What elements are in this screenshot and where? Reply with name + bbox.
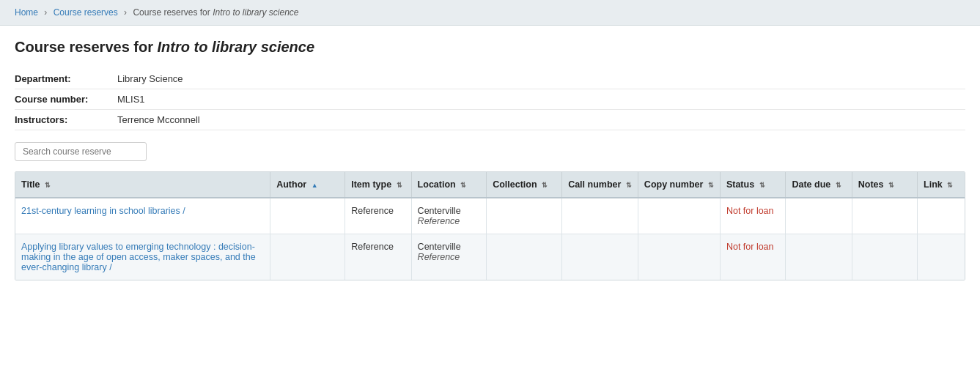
breadcrumb-current: Course reserves for Intro to library sci…: [133, 7, 298, 18]
department-row: Department: Library Science: [15, 69, 965, 89]
cell-status: Not for loan: [720, 234, 786, 280]
table-header-row: Title ⇅ Author ▲ Item type ⇅ Location: [15, 172, 965, 198]
breadcrumb-home[interactable]: Home: [15, 7, 38, 18]
course-number-row: Course number: MLIS1: [15, 89, 965, 110]
col-header-notes[interactable]: Notes ⇅: [852, 172, 917, 198]
col-header-call-number[interactable]: Call number ⇅: [562, 172, 638, 198]
collection-sort-icon: ⇅: [542, 182, 548, 189]
page-title-course: Intro to library science: [158, 39, 315, 55]
main-content: Course reserves for Intro to library sci…: [0, 26, 980, 295]
call-number-sort-icon: ⇅: [626, 182, 632, 189]
notes-sort-icon: ⇅: [888, 182, 894, 189]
breadcrumb-sep-2: ›: [124, 7, 127, 18]
cell-location: CentervilleReference: [411, 198, 487, 234]
cell-author: [270, 198, 345, 234]
cell-date-due: [786, 198, 852, 234]
col-header-link[interactable]: Link ⇅: [918, 172, 965, 198]
cell-link: [918, 198, 965, 234]
cell-notes: [852, 234, 917, 280]
department-label: Department:: [15, 73, 117, 84]
cell-call-number: [562, 198, 638, 234]
cell-notes: [852, 198, 917, 234]
col-header-item-type[interactable]: Item type ⇅: [345, 172, 411, 198]
breadcrumb-current-prefix: Course reserves for: [133, 7, 213, 18]
date-due-sort-icon: ⇅: [836, 182, 841, 189]
status-badge: Not for loan: [726, 242, 774, 252]
cell-title: 21st-century learning in school librarie…: [15, 198, 270, 234]
cell-title: Applying library values to emerging tech…: [15, 234, 270, 280]
col-header-author[interactable]: Author ▲: [270, 172, 345, 198]
page-title-prefix: Course reserves for: [15, 39, 158, 55]
cell-copy-number: [638, 198, 720, 234]
col-header-status[interactable]: Status ⇅: [720, 172, 786, 198]
breadcrumb-course-name: Intro to library science: [213, 7, 298, 18]
cell-author: [270, 234, 345, 280]
course-info: Department: Library Science Course numbe…: [15, 69, 965, 130]
cell-collection: [487, 198, 562, 234]
department-value: Library Science: [117, 73, 183, 84]
instructors-row: Instructors: Terrence Mcconnell: [15, 110, 965, 130]
col-header-date-due[interactable]: Date due ⇅: [786, 172, 852, 198]
search-input[interactable]: [15, 142, 147, 161]
reserves-table: Title ⇅ Author ▲ Item type ⇅ Location: [15, 172, 965, 280]
page-wrapper: Home › Course reserves › Course reserves…: [0, 0, 980, 383]
breadcrumb-course-reserves[interactable]: Course reserves: [54, 7, 118, 18]
col-header-title[interactable]: Title ⇅: [15, 172, 270, 198]
title-sort-icon: ⇅: [45, 182, 51, 189]
instructors-value: Terrence Mcconnell: [117, 114, 200, 125]
breadcrumb: Home › Course reserves › Course reserves…: [0, 0, 980, 26]
copy-number-sort-icon: ⇅: [708, 182, 714, 189]
search-container: [15, 142, 965, 161]
col-header-collection[interactable]: Collection ⇅: [487, 172, 562, 198]
cell-collection: [487, 234, 562, 280]
course-number-label: Course number:: [15, 94, 117, 105]
item-type-sort-icon: ⇅: [397, 182, 402, 189]
link-sort-icon: ⇅: [947, 182, 953, 189]
author-sort-icon: ▲: [312, 182, 318, 189]
cell-status: Not for loan: [720, 198, 786, 234]
cell-date-due: [786, 234, 852, 280]
cell-call-number: [562, 234, 638, 280]
course-number-value: MLIS1: [117, 94, 145, 105]
status-sort-icon: ⇅: [759, 182, 765, 189]
location-sort-icon: ⇅: [460, 182, 466, 189]
page-title: Course reserves for Intro to library sci…: [15, 39, 965, 56]
title-link[interactable]: Applying library values to emerging tech…: [21, 242, 256, 272]
col-header-copy-number[interactable]: Copy number ⇅: [638, 172, 720, 198]
status-badge: Not for loan: [726, 206, 774, 216]
reserves-table-container: Title ⇅ Author ▲ Item type ⇅ Location: [15, 171, 965, 280]
cell-item-type: Reference: [345, 198, 411, 234]
col-header-location[interactable]: Location ⇅: [411, 172, 487, 198]
cell-copy-number: [638, 234, 720, 280]
cell-location: CentervilleReference: [411, 234, 487, 280]
title-link[interactable]: 21st-century learning in school librarie…: [21, 206, 185, 216]
cell-item-type: Reference: [345, 234, 411, 280]
table-row: Applying library values to emerging tech…: [15, 234, 965, 280]
breadcrumb-sep-1: ›: [44, 7, 47, 18]
cell-link: [918, 234, 965, 280]
instructors-label: Instructors:: [15, 114, 117, 125]
table-row: 21st-century learning in school librarie…: [15, 198, 965, 234]
